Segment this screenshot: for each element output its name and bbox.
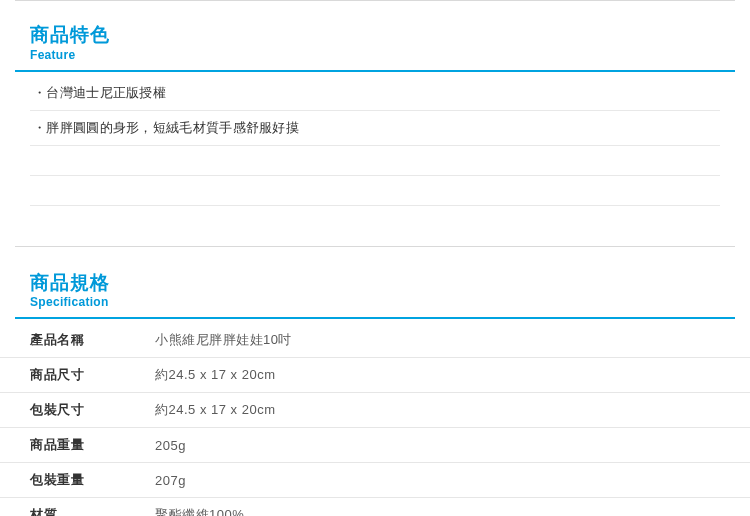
- spec-section: 商品規格 Specification 產品名稱 小熊維尼胖胖娃娃10吋 商品尺寸…: [0, 246, 750, 516]
- spec-row: 包裝尺寸 約24.5 x 17 x 20cm: [0, 393, 750, 428]
- spec-label: 包裝重量: [0, 463, 155, 498]
- accent-divider: [15, 317, 735, 319]
- spec-label: 包裝尺寸: [0, 393, 155, 428]
- spec-table: 產品名稱 小熊維尼胖胖娃娃10吋 商品尺寸 約24.5 x 17 x 20cm …: [0, 323, 750, 516]
- feature-item: 台灣迪士尼正版授權: [30, 76, 720, 111]
- spec-value: 約24.5 x 17 x 20cm: [155, 358, 750, 393]
- feature-section: 商品特色 Feature 台灣迪士尼正版授權 胖胖圓圓的身形，短絨毛材質手感舒服…: [0, 0, 750, 206]
- spec-row: 包裝重量 207g: [0, 463, 750, 498]
- spec-value: 207g: [155, 463, 750, 498]
- spec-value: 小熊維尼胖胖娃娃10吋: [155, 323, 750, 358]
- spec-row: 商品重量 205g: [0, 428, 750, 463]
- spec-value: 聚酯纖維100%: [155, 498, 750, 516]
- spec-title-cn: 商品規格: [30, 271, 720, 296]
- feature-blank-row: [30, 176, 720, 206]
- spec-label: 產品名稱: [0, 323, 155, 358]
- spec-row: 商品尺寸 約24.5 x 17 x 20cm: [0, 358, 750, 393]
- spec-label: 商品重量: [0, 428, 155, 463]
- feature-item: 胖胖圓圓的身形，短絨毛材質手感舒服好摸: [30, 111, 720, 146]
- feature-blank-row: [30, 146, 720, 176]
- feature-list: 台灣迪士尼正版授權 胖胖圓圓的身形，短絨毛材質手感舒服好摸: [0, 72, 750, 206]
- spec-label: 材質: [0, 498, 155, 516]
- spec-header: 商品規格 Specification: [0, 247, 750, 318]
- spec-title-en: Specification: [30, 295, 720, 309]
- spec-label: 商品尺寸: [0, 358, 155, 393]
- spec-row: 材質 聚酯纖維100%: [0, 498, 750, 516]
- spec-row: 產品名稱 小熊維尼胖胖娃娃10吋: [0, 323, 750, 358]
- feature-title-en: Feature: [30, 48, 720, 62]
- spec-value: 205g: [155, 428, 750, 463]
- spec-value: 約24.5 x 17 x 20cm: [155, 393, 750, 428]
- feature-title-cn: 商品特色: [30, 23, 720, 48]
- feature-header: 商品特色 Feature: [0, 1, 750, 70]
